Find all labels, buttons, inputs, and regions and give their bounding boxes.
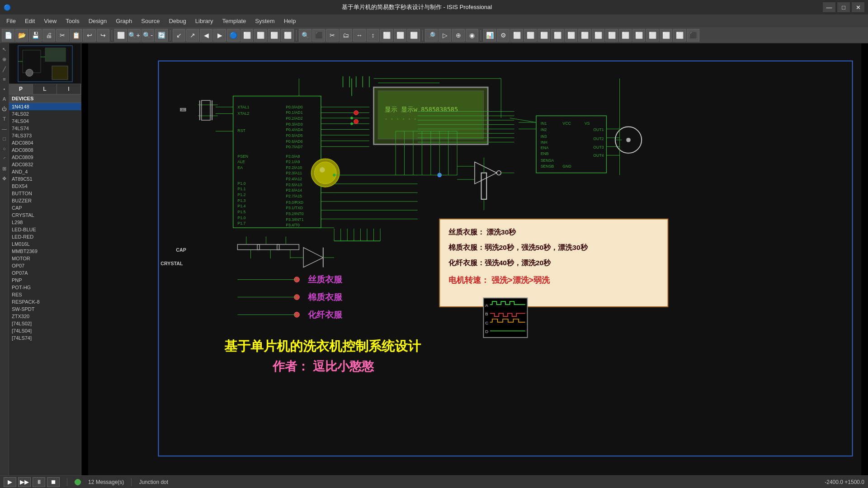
toolbar-button[interactable]: ⬜: [268, 29, 280, 42]
play-button[interactable]: ▶: [4, 477, 16, 487]
toolbar-button[interactable]: 🔍+: [128, 29, 141, 42]
toolbar-button[interactable]: ✂: [326, 29, 339, 42]
toolbar-button[interactable]: 🔍-: [142, 29, 154, 42]
label-tool[interactable]: A: [0, 95, 9, 103]
device-item-adc0808[interactable]: ADC0808: [9, 146, 81, 154]
device-item-74ls04[interactable]: 74LS04: [9, 117, 81, 125]
device-item-bdx54[interactable]: BDX54: [9, 183, 81, 190]
toolbar-button[interactable]: ⬜: [565, 29, 577, 42]
device-item-1n4148[interactable]: 1N4148: [9, 103, 81, 110]
toolbar-button[interactable]: ⊕: [452, 29, 465, 42]
line-tool[interactable]: —: [0, 125, 9, 133]
device-item-l298[interactable]: L298: [9, 219, 81, 226]
toolbar-button[interactable]: 🔵: [227, 29, 240, 42]
device-item-op07[interactable]: OP07: [9, 262, 81, 269]
move-tool[interactable]: ✥: [0, 174, 9, 183]
toolbar-button[interactable]: ⬜: [281, 29, 294, 42]
toolbar-button[interactable]: ⬜: [592, 29, 604, 42]
device-item-mmbt2369[interactable]: MMBT2369: [9, 248, 81, 255]
toolbar-button[interactable]: ◀: [200, 29, 212, 42]
device-item-pnp[interactable]: PNP: [9, 277, 81, 284]
device-item-ztx320[interactable]: ZTX320: [9, 313, 81, 320]
toolbar-button[interactable]: ⬜: [114, 29, 127, 42]
menu-item-design[interactable]: Design: [84, 16, 111, 26]
toolbar-button[interactable]: 📊: [483, 29, 496, 42]
device-item-button[interactable]: BUTTON: [9, 190, 81, 197]
toolbar-button[interactable]: 💾: [29, 29, 42, 42]
device-item-adc0804[interactable]: ADC0804: [9, 139, 81, 146]
close-button[interactable]: ✕: [852, 2, 864, 12]
toolbar-button[interactable]: 🔄: [155, 29, 168, 42]
device-item-ledred[interactable]: LED-RED: [9, 233, 81, 240]
text-tool[interactable]: T: [0, 115, 9, 123]
toolbar-button[interactable]: ⬜: [660, 29, 672, 42]
toolbar-button[interactable]: 🔍: [299, 29, 311, 42]
toolbar-button[interactable]: 📄: [2, 29, 14, 42]
toolbar-button[interactable]: ▷: [439, 29, 451, 42]
select-tool[interactable]: ↖: [0, 45, 9, 53]
tab-p[interactable]: P: [9, 84, 33, 94]
menu-item-library[interactable]: Library: [191, 16, 218, 26]
device-item-74ls02[interactable]: 74LS02: [9, 110, 81, 117]
step-button[interactable]: ▶▶: [18, 477, 31, 487]
minimize-button[interactable]: —: [823, 2, 835, 12]
canvas-area[interactable]: XTAL1 XTAL2 RST PSEN ALE EA P1.0 P1.1 P1…: [81, 43, 868, 475]
menu-item-graph[interactable]: Graph: [111, 16, 137, 26]
probe-tool[interactable]: ⊞: [0, 164, 9, 173]
tab-l[interactable]: L: [33, 84, 57, 94]
device-item-op07a[interactable]: OP07A: [9, 269, 81, 277]
toolbar-button[interactable]: ⬜: [551, 29, 564, 42]
toolbar-button[interactable]: ⬜: [578, 29, 591, 42]
toolbar-button[interactable]: ⬜: [632, 29, 645, 42]
device-item-buzzer[interactable]: BUZZER: [9, 197, 81, 204]
box-tool[interactable]: □: [0, 135, 9, 143]
device-item-74ls04[interactable]: [74LS04]: [9, 327, 81, 334]
tab-i[interactable]: I: [57, 84, 81, 94]
device-item-adc0809[interactable]: ADC0809: [9, 154, 81, 161]
toolbar-button[interactable]: ↪: [97, 29, 109, 42]
device-item-crystal[interactable]: CRYSTAL: [9, 211, 81, 219]
menu-item-view[interactable]: View: [39, 16, 61, 26]
junction-tool[interactable]: •: [0, 85, 9, 93]
power-tool[interactable]: ⏻: [0, 105, 9, 113]
menu-item-file[interactable]: File: [2, 16, 20, 26]
toolbar-button[interactable]: ⬛: [312, 29, 325, 42]
toolbar-button[interactable]: ⬜: [524, 29, 537, 42]
circle-tool[interactable]: ○: [0, 145, 9, 153]
maximize-button[interactable]: □: [837, 2, 850, 12]
component-tool[interactable]: ⊕: [0, 55, 9, 63]
device-item-motor[interactable]: MOTOR: [9, 255, 81, 262]
menu-item-template[interactable]: Template: [218, 16, 251, 26]
menu-item-debug[interactable]: Debug: [164, 16, 190, 26]
bus-tool[interactable]: ≡: [0, 75, 9, 83]
toolbar-button[interactable]: ⬜: [605, 29, 618, 42]
device-item-respack8[interactable]: RESPACK-8: [9, 298, 81, 305]
toolbar-button[interactable]: 📋: [70, 29, 82, 42]
toolbar-button[interactable]: ✂: [56, 29, 69, 42]
device-item-swspdt[interactable]: SW-SPDT: [9, 305, 81, 313]
device-item-lm016l[interactable]: LM016L: [9, 240, 81, 248]
toolbar-button[interactable]: ↩: [83, 29, 96, 42]
device-item-pothg[interactable]: POT-HG: [9, 284, 81, 291]
toolbar-button[interactable]: ⬜: [394, 29, 406, 42]
pause-button[interactable]: ⏸: [33, 477, 45, 487]
device-item-adc0832[interactable]: ADC0832: [9, 161, 81, 168]
toolbar-button[interactable]: ⬜: [538, 29, 550, 42]
toolbar-button[interactable]: ⚙: [497, 29, 509, 42]
toolbar-button[interactable]: ⬛: [687, 29, 699, 42]
menu-item-help[interactable]: Help: [279, 16, 301, 26]
device-list[interactable]: 1N414874LS0274LS0474LS7474LS373ADC0804AD…: [9, 103, 81, 475]
toolbar-button[interactable]: ⬜: [673, 29, 686, 42]
device-item-ledblue[interactable]: LED-BLUE: [9, 226, 81, 233]
toolbar-button[interactable]: ⬜: [646, 29, 659, 42]
toolbar-button[interactable]: ⬜: [254, 29, 267, 42]
menu-item-edit[interactable]: Edit: [20, 16, 39, 26]
toolbar-button[interactable]: ↔: [353, 29, 366, 42]
toolbar-button[interactable]: ◉: [466, 29, 478, 42]
toolbar-button[interactable]: 🖨: [42, 29, 55, 42]
toolbar-button[interactable]: ⬜: [380, 29, 393, 42]
device-item-res[interactable]: RES: [9, 291, 81, 298]
toolbar-button[interactable]: ⬜: [241, 29, 253, 42]
menu-item-system[interactable]: System: [250, 16, 279, 26]
menu-item-tools[interactable]: Tools: [61, 16, 84, 26]
